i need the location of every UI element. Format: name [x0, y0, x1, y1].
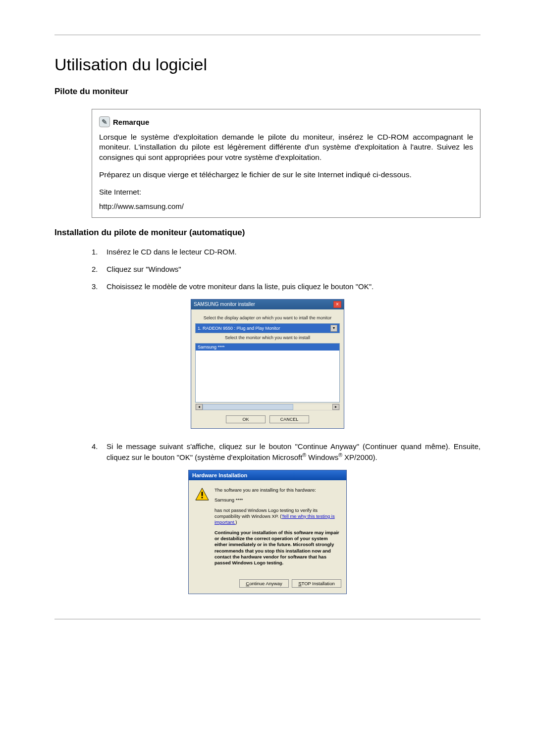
hw-warning-bold: Continuing your installation of this sof…	[214, 530, 341, 566]
section-title: Pilote du moniteur	[54, 87, 481, 97]
step-text: Cliquez sur "Windows"	[107, 264, 481, 274]
list-number: 4.	[92, 441, 107, 462]
hardware-installation-dialog: Hardware Installation The software you a…	[188, 470, 347, 594]
install-section-title: Installation du pilote de moniteur (auto…	[54, 228, 481, 238]
samsung-installer-dialog: SAMSUNG monitor installer × Select the d…	[191, 299, 344, 429]
monitor-list[interactable]: Samsung ****	[195, 343, 340, 403]
hw-line-1: The software you are installing for this…	[214, 487, 341, 493]
note-box: ✎ Remarque Lorsque le système d'exploita…	[92, 109, 481, 218]
hw-text-block: The software you are installing for this…	[214, 487, 341, 570]
page-title: Utilisation du logiciel	[54, 55, 481, 74]
list-item: 3. Choisissez le modèle de votre moniteu…	[92, 281, 481, 292]
hw-line-3: has not passed Windows Logo testing to v…	[214, 507, 341, 526]
close-icon[interactable]: ×	[333, 301, 341, 308]
stop-installation-button[interactable]: STOP Installation	[292, 579, 341, 588]
monitor-list-item[interactable]: Samsung ****	[196, 344, 339, 351]
list-number: 1.	[92, 247, 107, 257]
top-divider	[54, 35, 481, 35]
bottom-divider	[54, 619, 481, 619]
list-item: 2. Cliquez sur "Windows"	[92, 264, 481, 274]
horizontal-scrollbar[interactable]: ◂ ▸	[195, 403, 340, 410]
installer-label-2: Select the monitor which you want to ins…	[195, 335, 340, 340]
hw-btn-rest: TOP Installation	[302, 581, 335, 586]
svg-rect-2	[202, 497, 203, 498]
ok-button[interactable]: OK	[226, 415, 266, 423]
scroll-left-icon[interactable]: ◂	[196, 404, 203, 410]
warning-icon	[195, 487, 210, 501]
step-text: Insérez le CD dans le lecteur CD-ROM.	[107, 247, 481, 257]
registered-mark: ®	[302, 452, 306, 458]
display-adapter-select[interactable]: 1. RADEON 9550 : Plug and Play Monitor ▾	[195, 323, 340, 333]
hw-buttons: Continue Anyway STOP Installation	[189, 576, 346, 594]
list-item: 1. Insérez le CD dans le lecteur CD-ROM.	[92, 247, 481, 257]
step-text-mid: Windows	[306, 453, 338, 461]
scroll-track[interactable]	[203, 404, 332, 410]
list-number: 3.	[92, 281, 107, 292]
hw-titlebar: Hardware Installation	[189, 470, 346, 480]
note-label: Remarque	[113, 118, 149, 126]
install-steps-list: 1. Insérez le CD dans le lecteur CD-ROM.…	[92, 247, 481, 292]
list-number: 2.	[92, 264, 107, 274]
site-url: http://www.samsung.com/	[99, 202, 473, 210]
installer-titlebar: SAMSUNG monitor installer ×	[191, 300, 344, 309]
installer-body: Select the display adapter on which you …	[191, 309, 344, 428]
list-item: 4. Si le message suivant s'affiche, cliq…	[92, 441, 481, 462]
svg-rect-1	[202, 492, 203, 496]
note-paragraph-1: Lorsque le système d'exploitation demand…	[99, 132, 473, 162]
site-internet-label: Site Internet:	[99, 188, 473, 196]
select-value: 1. RADEON 9550 : Plug and Play Monitor	[198, 326, 280, 331]
step-text: Choisissez le modèle de votre moniteur d…	[107, 281, 481, 292]
step-text-pre: Si le message suivant s'affiche, cliquez…	[107, 442, 481, 461]
install-steps-list-continued: 4. Si le message suivant s'affiche, cliq…	[92, 441, 481, 462]
step-text-post: XP/2000).	[342, 453, 377, 461]
installer-label-1: Select the display adapter on which you …	[195, 315, 340, 320]
chevron-down-icon[interactable]: ▾	[330, 325, 337, 332]
hw-line3-post: )	[235, 519, 237, 525]
note-paragraph-2: Préparez un disque vierge et téléchargez…	[99, 170, 473, 180]
hw-btn-rest: ontinue Anyway	[249, 581, 282, 586]
scroll-right-icon[interactable]: ▸	[332, 404, 339, 410]
hw-line-2: Samsung ****	[214, 497, 341, 503]
continue-anyway-button[interactable]: Continue Anyway	[239, 579, 289, 588]
cancel-button[interactable]: CANCEL	[269, 415, 309, 423]
installer-title: SAMSUNG monitor installer	[194, 302, 255, 307]
installer-buttons: OK CANCEL	[195, 415, 340, 423]
step-text: Si le message suivant s'affiche, cliquez…	[107, 441, 481, 462]
note-header: ✎ Remarque	[99, 116, 473, 127]
scroll-thumb[interactable]	[203, 404, 293, 410]
registered-mark: ®	[338, 452, 342, 458]
note-icon: ✎	[99, 116, 110, 127]
hw-body: The software you are installing for this…	[189, 480, 346, 576]
